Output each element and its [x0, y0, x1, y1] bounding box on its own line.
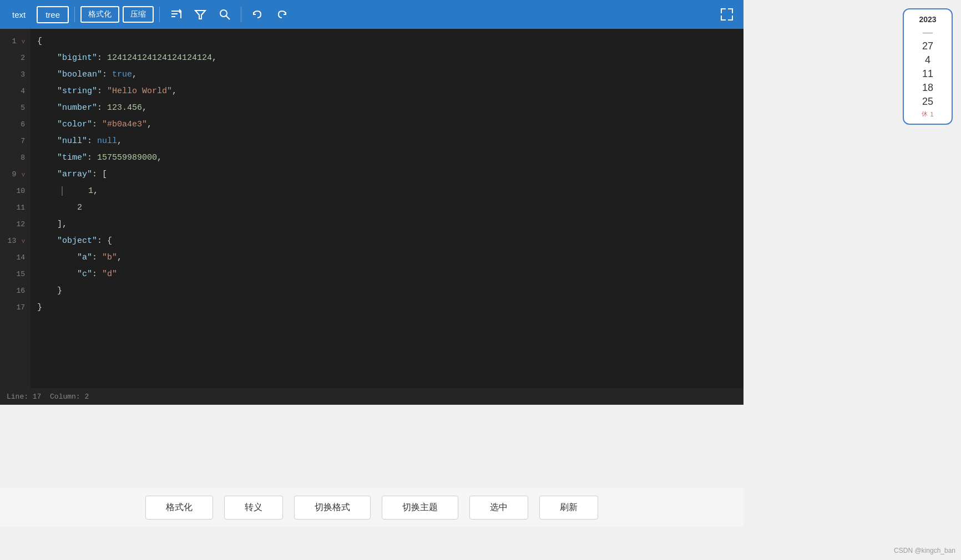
line-num-12: 12: [0, 216, 25, 233]
holiday-num: 1: [930, 111, 933, 118]
calendar-date-4: 4: [908, 54, 947, 66]
calendar-separator: —: [923, 27, 933, 37]
svg-point-5: [220, 10, 227, 17]
select-button[interactable]: 选中: [469, 496, 528, 520]
code-line-12: ],: [37, 216, 743, 233]
line-num-6: 6: [0, 116, 25, 133]
undo-icon: [251, 8, 264, 21]
code-line-13: "object": {: [37, 233, 743, 250]
line-num-9: 9 v: [0, 166, 25, 183]
footer-credit: CSDN @kingch_ban: [894, 547, 955, 554]
code-line-3: "boolean": true,: [37, 67, 743, 83]
toolbar: text tree 格式化 压缩: [0, 0, 743, 29]
calendar-date-18: 18: [908, 82, 947, 94]
line-num-10: 10: [0, 183, 25, 200]
redo-icon: [276, 8, 288, 21]
line-num-3: 3: [0, 67, 25, 83]
calendar-year: 2023: [919, 15, 936, 24]
line-num-7: 7: [0, 133, 25, 150]
calendar-panel: 2023 — 27 4 11 18 25 休 1: [903, 8, 953, 125]
line-num-15: 15: [0, 266, 25, 283]
line-num-5: 5: [0, 100, 25, 116]
bottom-button-bar: 格式化 转义 切换格式 切换主题 选中 刷新: [0, 488, 743, 527]
code-line-16: }: [37, 283, 743, 299]
code-line-6: "color": "#b0a4e3",: [37, 116, 743, 133]
divider-3: [241, 7, 241, 22]
undo-icon-button[interactable]: [247, 6, 268, 23]
svg-line-6: [226, 16, 230, 20]
escape-button[interactable]: 转义: [224, 496, 283, 520]
status-column: Column: 2: [50, 393, 89, 401]
code-line-15: "c": "d": [37, 266, 743, 283]
status-bar: Line: 17 Column: 2: [0, 388, 743, 405]
svg-marker-4: [195, 11, 205, 19]
calendar-dates: 27 4 11 18 25 休 1: [908, 40, 947, 118]
code-line-9: "array": [: [37, 166, 743, 183]
calendar-date-holiday: 休 1: [908, 110, 947, 118]
line-num-8: 8: [0, 150, 25, 166]
filter-icon-button[interactable]: [190, 6, 211, 23]
editor-container: text tree 格式化 压缩: [0, 0, 743, 405]
code-line-10: 1,: [37, 183, 743, 200]
switch-format-button[interactable]: 切换格式: [294, 496, 371, 520]
status-line: Line: 17: [7, 393, 41, 401]
line-num-2: 2: [0, 50, 25, 67]
code-line-5: "number": 123.456,: [37, 100, 743, 116]
tab-tree-button[interactable]: tree: [37, 6, 69, 23]
redo-icon-button[interactable]: [271, 6, 292, 23]
code-line-2: "bigint": 124124124124124124124,: [37, 50, 743, 67]
search-icon-button[interactable]: [214, 6, 235, 23]
refresh-button[interactable]: 刷新: [539, 496, 598, 520]
line-num-14: 14: [0, 250, 25, 266]
line-num-1: 1 v: [0, 33, 25, 50]
holiday-label: 休: [922, 110, 928, 118]
search-icon: [219, 8, 231, 21]
code-line-4: "string": "Hello World",: [37, 83, 743, 100]
line-num-17: 17: [0, 299, 25, 316]
code-line-17: }: [37, 299, 743, 316]
line-numbers: 1 v 2 3 4 5 6 7 8 9 v 10 11 12 13 v 14 1…: [0, 29, 31, 388]
line-num-13: 13 v: [0, 233, 25, 250]
calendar-date-11: 11: [908, 68, 947, 80]
compress-toolbar-button[interactable]: 压缩: [123, 6, 154, 23]
code-line-7: "null": null,: [37, 133, 743, 150]
format-toolbar-button[interactable]: 格式化: [80, 6, 119, 23]
switch-theme-button[interactable]: 切换主题: [382, 496, 458, 520]
code-line-11: 2: [37, 200, 743, 216]
line-num-11: 11: [0, 200, 25, 216]
code-line-1: {: [37, 33, 743, 50]
line-num-16: 16: [0, 283, 25, 299]
code-line-14: "a": "b",: [37, 250, 743, 266]
tab-text-button[interactable]: text: [4, 7, 33, 22]
divider-1: [74, 7, 75, 22]
calendar-date-27: 27: [908, 40, 947, 52]
code-line-8: "time": 157559989000,: [37, 150, 743, 166]
expand-icon-button[interactable]: [715, 4, 739, 24]
sort-icon-button[interactable]: [165, 6, 186, 23]
expand-icon: [719, 7, 735, 22]
format-button[interactable]: 格式化: [145, 496, 213, 520]
filter-icon: [194, 8, 206, 21]
line-num-4: 4: [0, 83, 25, 100]
code-content[interactable]: { "bigint": 124124124124124124124, "bool…: [31, 29, 743, 388]
divider-2: [159, 7, 160, 22]
code-editor[interactable]: 1 v 2 3 4 5 6 7 8 9 v 10 11 12 13 v 14 1…: [0, 29, 743, 388]
sort-icon: [170, 8, 182, 21]
calendar-date-25: 25: [908, 96, 947, 108]
